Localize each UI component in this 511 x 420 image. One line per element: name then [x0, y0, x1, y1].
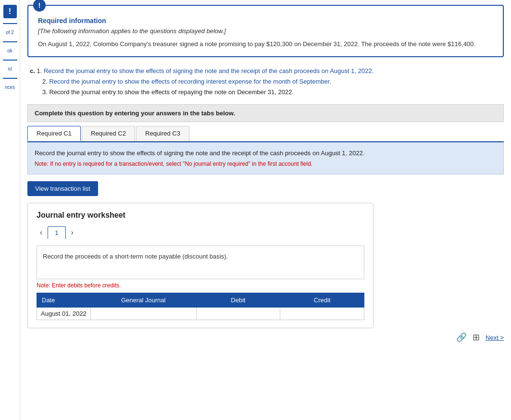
tab-required-c2[interactable]: Required C2 [82, 126, 135, 141]
sidebar-item-ok[interactable]: ok [6, 47, 14, 55]
page-tab-1[interactable]: 1 [48, 226, 65, 239]
view-transaction-list-button[interactable]: View transaction list [27, 181, 98, 196]
debit-input[interactable] [200, 310, 276, 317]
sidebar-item-nt[interactable]: nt [6, 65, 13, 73]
sidebar-divider4 [3, 78, 17, 79]
note-enter-debits: Note: Enter debits before credits. [37, 282, 364, 289]
blue-info-area: Record the journal entry to show the eff… [27, 142, 504, 175]
info-box-icon: ! [33, 0, 46, 12]
sidebar-icon-label: ! [9, 7, 11, 16]
col-header-debit: Debit [196, 293, 280, 308]
sidebar-item-nces[interactable]: nces [3, 84, 16, 91]
blue-info-note: Note: If no entry is required for a tran… [35, 160, 497, 168]
general-journal-cell[interactable] [90, 308, 196, 320]
link-icon-button[interactable]: 🔗 [456, 332, 467, 343]
question-item-3-number: 3. [42, 88, 48, 96]
tabs-container: Required C1 Required C2 Required C3 [27, 126, 504, 142]
info-box: ! Required information [The following in… [27, 5, 504, 57]
sidebar: ! of 2 ok nt nces [0, 0, 20, 420]
sidebar-divider2 [3, 41, 17, 42]
sidebar-divider [3, 23, 17, 24]
sidebar-icon: ! [3, 5, 17, 18]
question-list: c. 1. Record the journal entry to show t… [30, 66, 504, 98]
col-header-general-journal: General Journal [90, 293, 196, 308]
tab-required-c1[interactable]: Required C1 [27, 126, 81, 141]
grid-icon: ⊞ [473, 333, 480, 342]
question-item-1-number: 1. [37, 67, 42, 74]
date-value: August 01, 2022 [41, 310, 87, 317]
instruction-bar: Complete this question by entering your … [27, 104, 504, 122]
journal-table: Date General Journal Debit Credit August… [37, 293, 364, 320]
question-label: c. [30, 67, 35, 74]
question-section: c. 1. Record the journal entry to show t… [27, 66, 504, 98]
info-box-body: On August 1, 2022, Colombo Company's tre… [38, 39, 493, 49]
credit-input[interactable] [284, 310, 360, 317]
debit-cell[interactable] [196, 308, 280, 320]
page-nav: ‹ 1 › [37, 226, 364, 239]
worksheet-description: Record the proceeds of a short-term note… [37, 246, 364, 279]
bottom-bar: 🔗 ⊞ Next > [27, 328, 504, 346]
info-box-body-text: On August 1, 2022, Colombo Company's tre… [38, 40, 475, 48]
journal-worksheet-title: Journal entry worksheet [37, 211, 364, 220]
blue-info-text: Record the journal entry to show the eff… [35, 148, 497, 158]
question-item-2-text: Record the journal entry to show the eff… [49, 78, 331, 85]
tab-required-c3[interactable]: Required C3 [136, 126, 189, 141]
journal-worksheet: Journal entry worksheet ‹ 1 › Record the… [27, 203, 374, 328]
prev-page-button[interactable]: ‹ [37, 227, 46, 238]
worksheet-description-text: Record the proceeds of a short-term note… [43, 253, 228, 260]
link-icon: 🔗 [456, 333, 467, 342]
info-box-title: Required information [38, 17, 493, 25]
question-item-1-text: Record the journal entry to show the eff… [44, 67, 374, 74]
date-cell: August 01, 2022 [37, 308, 91, 320]
general-journal-input[interactable] [95, 310, 192, 317]
info-box-subtitle: [The following information applies to th… [38, 27, 493, 35]
sidebar-item-of2[interactable]: of 2 [4, 29, 15, 37]
main-content: ! Required information [The following in… [20, 0, 511, 420]
question-item-3-text: Record the journal entry to show the eff… [49, 88, 294, 96]
sidebar-divider3 [3, 60, 17, 61]
question-item-2-number: 2. [42, 78, 48, 85]
col-header-date: Date [37, 293, 91, 308]
instruction-bar-text: Complete this question by entering your … [35, 110, 235, 117]
next-page-button[interactable]: › [68, 227, 77, 238]
col-header-credit: Credit [280, 293, 364, 308]
table-row: August 01, 2022 [37, 308, 364, 320]
next-button[interactable]: Next > [486, 334, 504, 341]
grid-icon-button[interactable]: ⊞ [473, 332, 480, 343]
credit-cell[interactable] [280, 308, 364, 320]
